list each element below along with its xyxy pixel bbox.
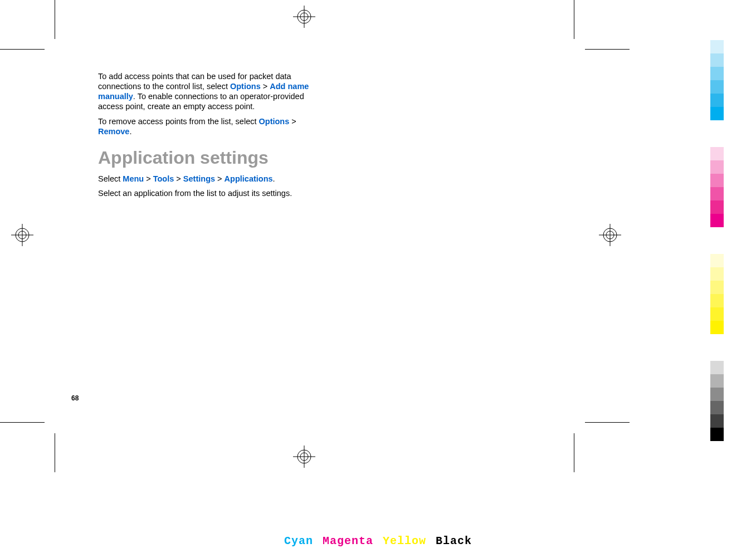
section-heading: Application settings (98, 148, 315, 168)
color-swatch (710, 428, 724, 441)
cmyk-label-black: Black (436, 535, 472, 547)
registration-mark-icon (599, 224, 621, 246)
color-swatch (710, 388, 724, 401)
crop-mark (55, 0, 55, 39)
color-swatch (710, 94, 724, 107)
paragraph: Select Menu > Tools > Settings > Applica… (98, 174, 315, 184)
color-swatch (710, 40, 724, 53)
menu-path-link: Remove (98, 127, 129, 136)
color-swatch (710, 361, 724, 374)
registration-mark-icon (11, 224, 33, 246)
crop-mark (585, 422, 630, 423)
color-swatch (710, 200, 724, 214)
menu-path-link: Options (230, 82, 261, 91)
cmyk-label-magenta: Magenta (323, 535, 373, 547)
color-swatch (710, 174, 724, 187)
registration-mark-icon (293, 6, 315, 28)
cmyk-label-yellow: Yellow (383, 535, 426, 547)
color-swatch (710, 414, 724, 428)
color-swatch (710, 281, 724, 294)
color-swatch (710, 187, 724, 200)
body-text: > (215, 174, 225, 183)
menu-path-link: Menu (123, 174, 144, 183)
color-bar-black (710, 361, 724, 441)
color-swatch (710, 160, 724, 174)
menu-path-link: Applications (225, 174, 273, 183)
color-bar-magenta (710, 147, 724, 227)
paragraph: To add access points that can be used fo… (98, 71, 315, 112)
color-swatch (710, 147, 724, 160)
crop-mark (574, 433, 574, 472)
registration-mark-icon (293, 446, 315, 468)
page-number: 68 (71, 394, 79, 402)
color-swatch (710, 80, 724, 94)
cmyk-footer: Cyan Magenta Yellow Black (283, 535, 473, 547)
color-swatch (710, 307, 724, 321)
crop-mark (585, 49, 630, 50)
color-swatch (710, 67, 724, 80)
body-text: > (144, 174, 153, 183)
crop-mark (0, 49, 45, 50)
body-text: > (261, 82, 270, 91)
cmyk-label-cyan: Cyan (284, 535, 313, 547)
paragraph: To remove access points from the list, s… (98, 116, 315, 136)
color-bar-yellow (710, 254, 724, 334)
menu-path-link: Tools (153, 174, 174, 183)
color-swatch (710, 107, 724, 120)
color-swatch (710, 254, 724, 267)
color-swatch (710, 53, 724, 67)
body-text: . (273, 174, 275, 183)
color-swatch (710, 267, 724, 281)
menu-path-link: Settings (183, 174, 215, 183)
color-swatch (710, 374, 724, 388)
body-text: To remove access points from the list, s… (98, 117, 259, 126)
body-text: > (289, 117, 296, 126)
page-content: To add access points that can be used fo… (98, 71, 315, 203)
color-swatch (710, 401, 724, 414)
body-text: . (129, 127, 131, 136)
crop-mark (55, 433, 55, 472)
body-text: Select (98, 174, 123, 183)
color-swatch (710, 214, 724, 227)
color-swatch (710, 294, 724, 307)
color-bar-cyan (710, 40, 724, 120)
crop-mark (574, 0, 574, 39)
menu-path-link: Options (259, 117, 290, 126)
color-swatch (710, 321, 724, 334)
paragraph: Select an application from the list to a… (98, 188, 315, 198)
body-text: > (174, 174, 183, 183)
crop-mark (0, 422, 45, 423)
